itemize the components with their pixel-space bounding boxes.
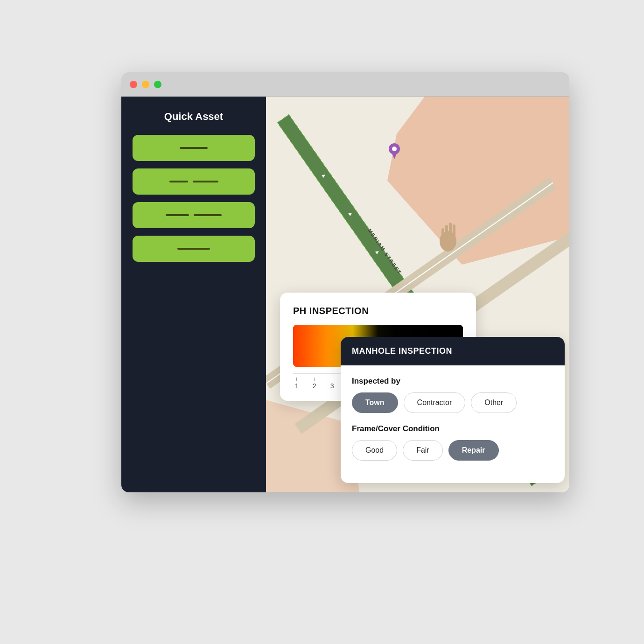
browser-titlebar [121, 72, 569, 97]
quick-asset-btn-2[interactable] [133, 168, 255, 195]
ph-tick-3: 3 [330, 378, 334, 390]
ph-tick-2: 2 [313, 378, 316, 390]
quick-asset-btn-4[interactable] [133, 236, 255, 262]
minimize-button[interactable] [142, 81, 149, 88]
sidebar-title: Quick Asset [164, 111, 223, 123]
ph-inspection-title: PH INSPECTION [293, 306, 463, 316]
close-button[interactable] [130, 81, 137, 88]
tick-label: 3 [330, 382, 334, 390]
frame-cover-label: Frame/Cover Condition [352, 424, 553, 434]
contractor-button[interactable]: Contractor [404, 392, 466, 413]
quick-asset-btn-3[interactable] [133, 202, 255, 228]
map-area[interactable]: ▲ ▲ ▲ ▲ ▲ ▲ MERIAM STREET [266, 97, 569, 492]
manhole-inspection-title: MANHOLE INSPECTION [352, 346, 553, 356]
tick-label: 1 [295, 382, 299, 390]
svg-rect-19 [441, 228, 444, 239]
inspected-by-label: Inspected by [352, 377, 553, 386]
town-button[interactable]: Town [352, 392, 398, 413]
fair-button[interactable]: Fair [403, 440, 443, 461]
tick-line [296, 378, 297, 381]
repair-button[interactable]: Repair [448, 440, 499, 461]
btn-line-icon [166, 214, 189, 216]
btn-line-icon [194, 214, 222, 216]
manhole-header: MANHOLE INSPECTION [341, 337, 565, 365]
other-button[interactable]: Other [471, 392, 517, 413]
svg-rect-16 [445, 225, 448, 239]
maximize-button[interactable] [154, 81, 161, 88]
btn-line-icon [169, 181, 188, 182]
svg-rect-17 [449, 223, 452, 238]
browser-window: Quick Asset [121, 72, 569, 492]
svg-point-22 [392, 147, 397, 151]
manhole-inspection-card: MANHOLE INSPECTION Inspected by Town Con… [341, 337, 565, 483]
browser-content: Quick Asset [121, 97, 569, 492]
ph-tick-1: 1 [295, 378, 299, 390]
btn-line-icon [177, 248, 210, 250]
tick-line [314, 378, 315, 381]
sidebar: Quick Asset [121, 97, 266, 492]
manhole-body: Inspected by Town Contractor Other Frame… [341, 365, 565, 483]
tick-label: 2 [313, 382, 316, 390]
svg-rect-18 [453, 224, 455, 238]
btn-line-icon [180, 147, 208, 149]
quick-asset-btn-1[interactable] [133, 135, 255, 161]
good-button[interactable]: Good [352, 440, 397, 461]
outer-container: Quick Asset [70, 54, 574, 590]
btn-line-icon [193, 181, 218, 182]
inspected-by-group: Town Contractor Other [352, 392, 553, 413]
tick-line [332, 378, 332, 381]
frame-cover-group: Good Fair Repair [352, 440, 553, 461]
